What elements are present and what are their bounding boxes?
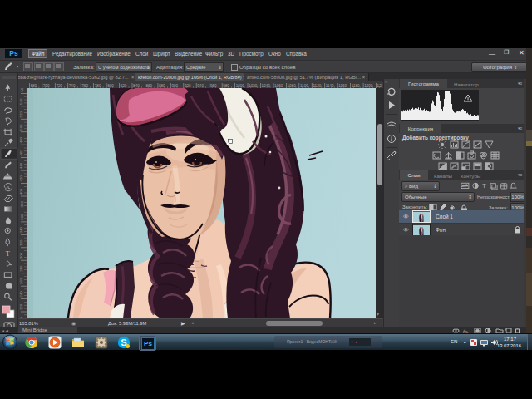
svg-text:560: 560: [20, 88, 24, 92]
svg-text:500: 500: [20, 124, 24, 131]
svg-text:300: 300: [20, 252, 24, 259]
svg-text:480: 480: [20, 136, 24, 143]
svg-text:680: 680: [31, 84, 37, 88]
svg-text:440: 440: [20, 162, 24, 169]
svg-text:1160: 1160: [338, 84, 347, 88]
svg-text:1200: 1200: [364, 84, 373, 88]
svg-text:220: 220: [20, 303, 24, 310]
svg-text:240: 240: [20, 291, 24, 298]
svg-text:1140: 1140: [326, 84, 334, 88]
svg-text:920: 920: [185, 84, 191, 88]
svg-text:540: 540: [20, 98, 24, 105]
svg-text:380: 380: [20, 201, 24, 208]
svg-text:780: 780: [95, 84, 101, 88]
svg-text:1180: 1180: [352, 84, 360, 88]
svg-text:880: 880: [159, 84, 165, 88]
svg-text:1020: 1020: [249, 84, 258, 88]
svg-text:1000: 1000: [236, 84, 245, 88]
svg-text:1080: 1080: [288, 84, 297, 88]
svg-text:1060: 1060: [274, 84, 283, 88]
svg-text:960: 960: [210, 84, 217, 88]
svg-text:T: T: [482, 182, 486, 190]
svg-text:1040: 1040: [262, 84, 271, 88]
svg-text:400: 400: [20, 188, 24, 195]
svg-text:460: 460: [20, 150, 24, 156]
svg-text:T: T: [6, 249, 11, 258]
svg-text:720: 720: [56, 84, 62, 88]
svg-text:320: 320: [20, 239, 24, 246]
svg-text:1100: 1100: [300, 84, 308, 88]
svg-text:760: 760: [81, 84, 88, 88]
svg-text:340: 340: [20, 227, 24, 234]
svg-text:840: 840: [133, 84, 140, 88]
svg-text:1120: 1120: [313, 84, 321, 88]
svg-text:420: 420: [20, 175, 24, 182]
svg-text:260: 260: [20, 278, 24, 284]
svg-text:1220: 1220: [377, 84, 382, 88]
svg-text:280: 280: [20, 265, 24, 272]
svg-text:800: 800: [107, 84, 114, 88]
svg-text:520: 520: [20, 111, 24, 118]
svg-text:360: 360: [20, 214, 24, 220]
